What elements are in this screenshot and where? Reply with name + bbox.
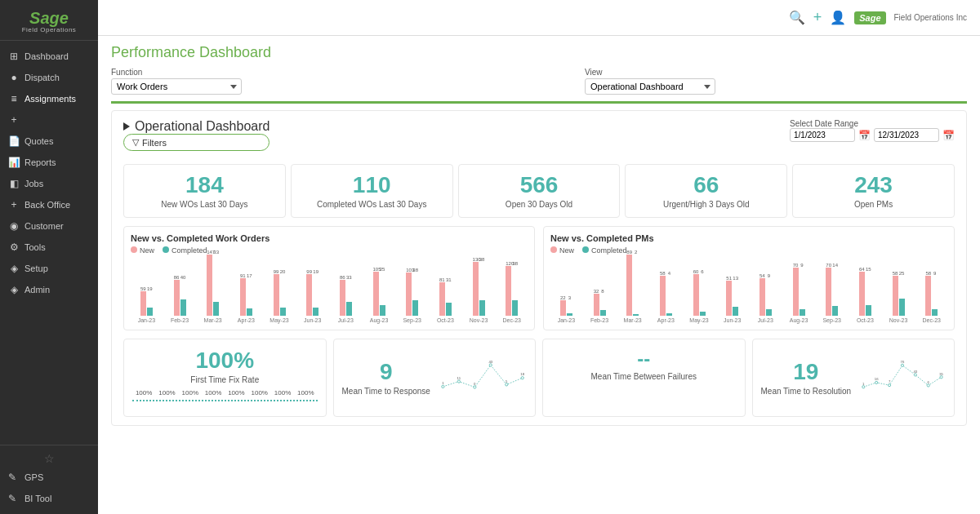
svg-point-16 xyxy=(889,383,891,386)
user-icon[interactable]: 👤 xyxy=(830,10,846,25)
topbar-right: 🔍 + 👤 Sage Field Operations Inc xyxy=(789,9,967,26)
stat-card-urgent: 66 Urgent/High 3 Days Old xyxy=(625,164,787,218)
customer-icon: ◉ xyxy=(8,220,20,232)
bar-group: 549Jul-23 xyxy=(750,273,782,323)
bars-row xyxy=(439,282,452,316)
bar-group: 14733Mar-23 xyxy=(197,250,229,323)
setup-icon: ◈ xyxy=(8,263,20,274)
completed-bar xyxy=(346,302,352,316)
stat-label-open-pms: Open PMs xyxy=(801,200,946,209)
bar-group: 709Aug-23 xyxy=(783,263,815,323)
add-button[interactable]: + xyxy=(813,9,822,26)
svg-point-8 xyxy=(506,383,508,386)
bar-month-label: Aug-23 xyxy=(790,317,808,323)
sidebar-item-dispatch[interactable]: ● Dispatch xyxy=(0,67,98,88)
sidebar-item-add[interactable]: + xyxy=(0,109,98,131)
bar-group: 584Apr-23 xyxy=(650,271,682,323)
sidebar-item-bitool[interactable]: ✎ BI Tool xyxy=(0,488,98,509)
new-bar xyxy=(793,268,799,316)
date-start-input[interactable] xyxy=(790,128,855,142)
pm-completed-legend-dot xyxy=(582,246,589,253)
pm-chart-legend: New Completed xyxy=(550,246,947,255)
stat-value-open-old: 566 xyxy=(467,173,612,198)
svg-point-6 xyxy=(489,364,492,366)
sidebar-item-tools[interactable]: ⚙ Tools xyxy=(0,237,98,258)
new-bar xyxy=(560,300,566,316)
gps-icon: ✎ xyxy=(8,472,20,483)
bar-month-label: Apr-23 xyxy=(238,317,255,323)
svg-point-10 xyxy=(521,376,523,379)
sidebar-item-quotes[interactable]: 📄 Quotes xyxy=(0,131,98,152)
bars-row xyxy=(406,273,418,316)
bars-row xyxy=(274,274,286,316)
bar-month-label: Mar-23 xyxy=(624,317,642,323)
view-select[interactable]: Operational Dashboard Executive Dashboar… xyxy=(585,78,715,95)
sidebar-item-backoffice[interactable]: + Back Office xyxy=(0,194,98,215)
dashboard-panel: Operational Dashboard ▽ Filters Select D… xyxy=(111,110,967,426)
completed-legend-dot xyxy=(163,246,169,253)
dashboard-title: Operational Dashboard xyxy=(123,119,270,134)
sidebar-item-assignments[interactable]: ≡ Assignments xyxy=(0,88,98,109)
date-end-input[interactable] xyxy=(874,128,939,142)
filters-button[interactable]: ▽ Filters xyxy=(123,134,270,151)
bar-group: 10338Sep-23 xyxy=(396,268,428,323)
bar-month-label: Feb-23 xyxy=(590,317,608,323)
bar-group: 8640Feb-23 xyxy=(164,275,196,323)
mean-response-sparkline: 111043518 xyxy=(439,348,527,408)
bars-row xyxy=(826,268,838,316)
stat-cards: 184 New WOs Last 30 Days 110 Completed W… xyxy=(123,164,955,218)
calendar-end-icon[interactable]: 📅 xyxy=(942,130,955,141)
fix-dot-8: 100% xyxy=(297,389,314,397)
calendar-start-icon[interactable]: 📅 xyxy=(858,130,871,141)
function-label: Function xyxy=(111,68,242,77)
svg-text:1: 1 xyxy=(442,381,444,385)
function-select[interactable]: Work Orders PMs Quotes xyxy=(111,78,242,95)
fix-rate-label: First Time Fix Rate xyxy=(132,375,318,384)
mean-resolution-sparkline: 11677643635 xyxy=(859,348,946,408)
fix-dot-2: 100% xyxy=(158,389,175,397)
bars-row xyxy=(207,255,219,316)
bars-row xyxy=(373,272,385,316)
sidebar-item-setup[interactable]: ◈ Setup xyxy=(0,258,98,279)
mean-response-svg: 111043518 xyxy=(439,348,527,405)
svg-text:35: 35 xyxy=(939,371,943,375)
bar-month-label: Jun-23 xyxy=(724,317,741,323)
bar-month-label: May-23 xyxy=(689,317,708,323)
svg-text:11: 11 xyxy=(457,376,461,380)
bar-month-label: Oct-23 xyxy=(857,317,874,323)
svg-point-24 xyxy=(940,375,942,378)
sidebar-nav: ⊞ Dashboard ● Dispatch ≡ Assignments + 📄… xyxy=(0,41,98,445)
svg-text:76: 76 xyxy=(901,360,905,364)
search-icon[interactable]: 🔍 xyxy=(789,10,805,25)
fix-rate-dots-row: 100% 100% 100% 100% 100% 100% 100% 100% xyxy=(132,389,318,401)
completed-bar xyxy=(479,300,485,316)
topbar-sage-label: Sage xyxy=(854,11,885,24)
bar-group: 892Mar-23 xyxy=(617,250,648,323)
sidebar-item-admin[interactable]: ◈ Admin xyxy=(0,279,98,300)
bars-row xyxy=(793,268,805,316)
sidebar-item-jobs[interactable]: ◧ Jobs xyxy=(0,173,98,194)
new-bar xyxy=(207,255,212,316)
sidebar-item-dashboard[interactable]: ⊞ Dashboard xyxy=(0,46,98,67)
mean-resolution-label: Mean Time to Resolution xyxy=(761,387,852,396)
bar-month-label: Dec-23 xyxy=(922,317,941,323)
sidebar-item-customer[interactable]: ◉ Customer xyxy=(0,215,98,237)
new-bar xyxy=(925,276,931,316)
svg-text:6: 6 xyxy=(928,380,930,384)
star-icon[interactable]: ☆ xyxy=(0,450,98,467)
stat-card-new-wo: 184 New WOs Last 30 Days xyxy=(123,164,286,218)
completed-bar xyxy=(633,314,639,316)
svg-point-0 xyxy=(442,385,444,388)
stat-value-urgent: 66 xyxy=(634,173,778,198)
bars-row xyxy=(473,262,485,316)
bars-row xyxy=(140,291,153,316)
sidebar-item-gps[interactable]: ✎ GPS xyxy=(0,467,98,488)
assignments-icon: ≡ xyxy=(8,93,20,104)
stat-card-open-old: 566 Open 30 Days Old xyxy=(458,164,621,218)
fix-rate-card: 100% First Time Fix Rate 100% 100% 100% … xyxy=(123,339,327,417)
new-bar xyxy=(306,274,312,316)
new-bar xyxy=(406,273,412,316)
sidebar-item-reports[interactable]: 📊 Reports xyxy=(0,152,98,173)
bars-row xyxy=(660,276,672,316)
mean-response-label: Mean Time to Response xyxy=(342,387,430,396)
